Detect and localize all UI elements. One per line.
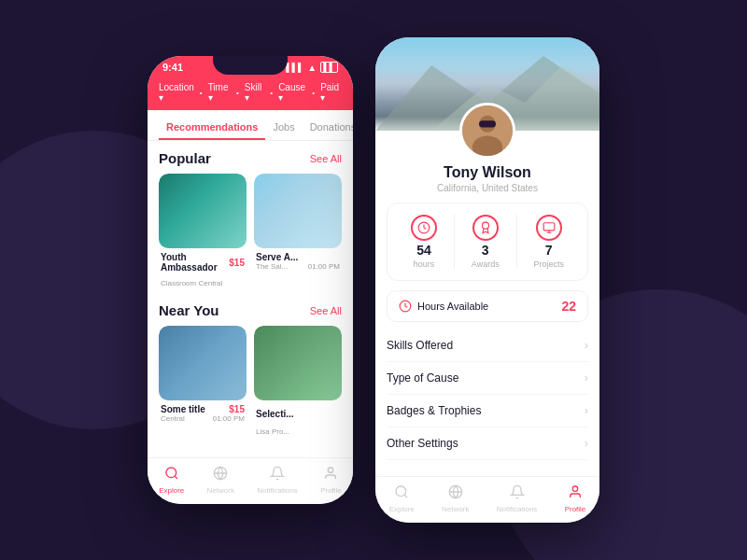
popular-header: Popular See All [159,150,342,166]
wifi-icon: ▲ [307,63,317,73]
filter-location[interactable]: Location ▾ [159,82,194,103]
menu-other-settings[interactable]: Other Settings › [387,427,588,460]
hours-available-text: Hours Available [417,301,488,312]
chevron-badges-icon: › [585,404,588,417]
popular-title: Popular [159,150,211,166]
card-info-1: Youth Ambassador $15 Classroom Central [159,248,247,293]
card-subtitle-1: Classroom Central [161,279,222,287]
left-phone: 9:41 ▌▌▌ ▲ ▌▌ Location ▾ • Time ▾ • Skil… [148,56,353,504]
card-subtitle-4: Lisa Pro... [256,427,289,436]
popular-see-all[interactable]: See All [310,153,342,164]
network-icon [213,466,228,484]
stats-row: 54 hours 3 Awards 7 Projec [387,203,588,281]
filter-paid[interactable]: Paid ▾ [320,82,342,103]
near-you-see-all[interactable]: See All [310,305,342,316]
nav-profile-right[interactable]: Profile [565,484,586,513]
nav-network[interactable]: Network [207,466,234,495]
card-cruise[interactable]: Some title $15 Central 01:00 PM [159,326,247,441]
card-price-3: $15 [229,404,245,414]
card-park[interactable]: Selecti... Lisa Pro... [254,326,342,441]
phones-container: 9:41 ▌▌▌ ▲ ▌▌ Location ▾ • Time ▾ • Skil… [148,56,599,523]
svg-rect-10 [479,120,496,127]
tab-donations[interactable]: Donations [303,118,353,140]
nav-explore-right[interactable]: Explore [389,484,415,513]
card-img-ocean [159,174,247,248]
network-icon-right [448,484,463,503]
card-info-3: Some title $15 Central 01:00 PM [159,400,247,427]
menu-cause-label: Type of Cause [387,371,458,385]
explore-icon-right [394,484,409,503]
card-subtitle-2: The Sal... [256,262,288,271]
avatar-wrapper [375,103,599,159]
award-ring [472,215,499,241]
tab-jobs[interactable]: Jobs [265,118,302,140]
card-img-park [254,326,342,400]
stat-divider-1 [454,215,455,269]
chevron-settings-icon: › [585,437,588,450]
filter-bar: Location ▾ • Time ▾ • Skill ▾ • Cause ▾ … [148,77,353,110]
nav-explore[interactable]: Explore [159,466,184,495]
filter-time[interactable]: Time ▾ [208,82,231,103]
stat-projects: 7 Projects [534,215,565,269]
card-serve[interactable]: Serve A... The Sal... 01:00 PM [254,174,342,293]
clock-ring [411,215,437,241]
nav-explore-right-label: Explore [389,505,415,513]
card-title-3: Some title [161,404,205,414]
card-title-1: Youth Ambassador [161,252,229,273]
near-you-header: Near You See All [159,302,342,318]
menu-badges-trophies[interactable]: Badges & Trophies › [387,395,588,427]
stat-divider-2 [516,215,517,269]
profile-icon-right [568,484,583,503]
card-price-1: $15 [229,258,245,268]
svg-point-17 [396,486,406,497]
menu-badges-label: Badges & Trophies [387,404,481,417]
svg-point-0 [166,468,176,478]
menu-type-of-cause[interactable]: Type of Cause › [387,362,588,395]
nav-notifications-right[interactable]: Notifications [497,484,538,513]
right-phone-content: Tony Wilson California, United States 54… [375,164,599,460]
nav-profile-left[interactable]: Profile [320,466,342,495]
stat-awards-label: Awards [472,259,500,269]
filter-cause[interactable]: Cause ▾ [278,82,306,103]
signal-icon: ▌▌▌ [286,63,303,72]
stat-awards: 3 Awards [472,215,500,269]
stat-hours: 54 hours [411,215,437,269]
popular-cards: Youth Ambassador $15 Classroom Central S… [159,174,342,293]
card-title-2: Serve A... [256,252,298,262]
card-title-4: Selecti... [256,409,294,419]
hours-label: Hours Available [399,300,488,313]
right-bottom-nav: Explore Network Notifications Profile [375,476,599,523]
card-info-2: Serve A... The Sal... 01:00 PM [254,248,342,274]
profile-avatar [459,103,515,159]
status-time: 9:41 [162,62,183,73]
card-img-aerial [254,174,342,248]
nav-notifications[interactable]: Notifications [257,466,298,495]
svg-line-1 [175,476,177,479]
profile-icon-left [323,466,338,484]
nav-notifications-label: Notifications [257,486,298,495]
stat-hours-label: hours [414,259,435,269]
chevron-cause-icon: › [585,371,588,385]
stat-hours-value: 54 [416,243,431,258]
hours-available-row: Hours Available 22 [387,290,588,322]
svg-point-9 [472,135,502,159]
stat-awards-value: 3 [482,243,489,258]
card-img-cruise [159,326,247,400]
svg-point-4 [329,468,333,472]
card-youth-ambassador[interactable]: Youth Ambassador $15 Classroom Central [159,174,247,293]
nav-notifications-right-label: Notifications [497,505,538,513]
nav-explore-label: Explore [159,486,184,495]
near-you-section: Near You See All Some title $15 Central [159,302,342,441]
left-bottom-nav: Explore Network Notifications Profile [148,457,353,504]
menu-skills-offered[interactable]: Skills Offered › [387,329,588,362]
svg-rect-13 [543,223,555,231]
tab-recommendations[interactable]: Recommendations [159,118,265,140]
nav-network-right-label: Network [442,505,469,513]
filter-skill[interactable]: Skill ▾ [245,82,265,103]
nav-network-right[interactable]: Network [442,484,469,513]
projects-ring [536,215,562,241]
svg-point-21 [572,486,577,491]
nav-profile-right-label: Profile [565,505,586,513]
menu-skills-label: Skills Offered [387,339,453,352]
nav-profile-left-label: Profile [320,486,342,495]
